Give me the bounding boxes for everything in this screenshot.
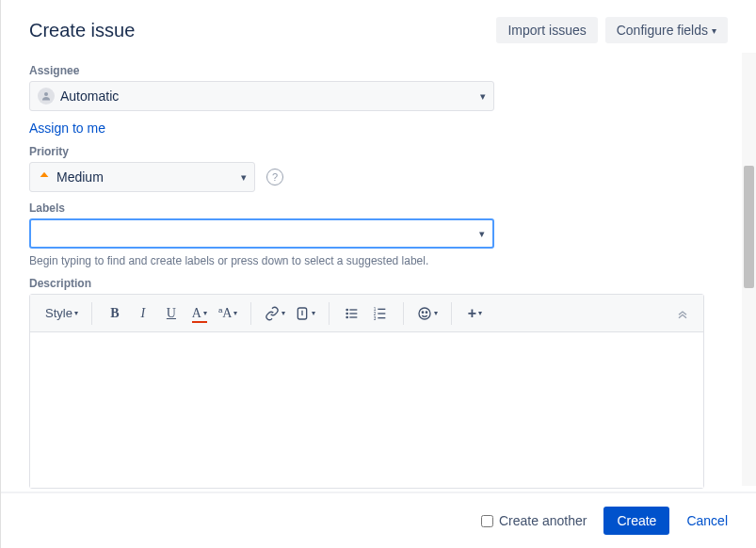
avatar-icon [38, 88, 55, 105]
insert-more-button[interactable]: +▾ [461, 300, 488, 327]
modal-title: Create issue [29, 20, 135, 41]
chevron-down-icon: ▾ [312, 309, 315, 317]
bold-button[interactable]: B [102, 300, 128, 327]
toolbar-separator [329, 302, 330, 325]
italic-button[interactable]: I [130, 300, 156, 327]
svg-point-16 [426, 312, 427, 313]
chevron-down-icon: ▾ [480, 90, 486, 103]
configure-fields-label: Configure fields [617, 23, 708, 38]
priority-field: Priority Medium ▾ ? [29, 145, 728, 192]
header-actions: Import issues Configure fields ▾ [496, 17, 728, 43]
svg-point-15 [423, 312, 424, 313]
color-swatch [192, 321, 207, 323]
chevron-down-icon: ▾ [203, 309, 207, 317]
toolbar-separator [250, 302, 251, 325]
collapse-toolbar-button[interactable] [669, 300, 696, 327]
chevron-down-icon: ▾ [478, 309, 482, 317]
svg-rect-13 [378, 317, 386, 318]
attachment-button[interactable]: ▾ [291, 300, 319, 327]
svg-rect-3 [350, 309, 358, 310]
assignee-value: Automatic [60, 89, 119, 104]
svg-rect-5 [350, 313, 358, 314]
rich-text-editor: Style▾ B I U A ▾ aA▾ [29, 294, 704, 489]
link-button[interactable]: ▾ [261, 300, 289, 327]
configure-fields-button[interactable]: Configure fields ▾ [605, 17, 728, 43]
chevron-down-icon: ▾ [479, 228, 485, 240]
text-color-button[interactable]: A ▾ [186, 300, 213, 327]
vertical-scrollbar[interactable] [742, 53, 756, 486]
scrollbar-thumb[interactable] [744, 166, 754, 288]
svg-point-14 [419, 308, 430, 319]
more-formatting-button[interactable]: aA▾ [215, 300, 242, 327]
labels-label: Labels [29, 201, 728, 215]
svg-rect-11 [378, 313, 386, 314]
chevron-down-icon: ▾ [74, 309, 78, 317]
toolbar-separator [91, 302, 92, 325]
labels-input[interactable] [39, 226, 466, 241]
cancel-button-label: Cancel [686, 513, 728, 528]
numbered-list-button[interactable]: 123 [367, 300, 394, 327]
emoji-button[interactable]: ▾ [413, 300, 442, 327]
style-label: Style [45, 306, 72, 320]
modal-header: Create issue Import issues Configure fie… [1, 0, 756, 55]
priority-medium-icon [38, 170, 51, 184]
cancel-button[interactable]: Cancel [686, 513, 728, 528]
svg-point-2 [346, 308, 349, 311]
bullet-list-button[interactable] [339, 300, 365, 327]
chevron-down-icon: ▾ [712, 25, 716, 36]
style-dropdown[interactable]: Style▾ [41, 300, 82, 327]
create-button-label: Create [617, 513, 656, 528]
assign-to-me-link[interactable]: Assign to me [29, 121, 105, 136]
svg-point-4 [346, 312, 349, 314]
toolbar-separator [451, 302, 452, 325]
chevron-down-icon: ▾ [233, 309, 237, 317]
labels-field: Labels ▾ Begin typing to find and create… [29, 201, 728, 267]
create-another-checkbox[interactable] [481, 515, 493, 527]
assignee-select[interactable]: Automatic ▾ [29, 81, 494, 111]
chevron-down-icon: ▾ [434, 309, 438, 317]
labels-helper: Begin typing to find and create labels o… [29, 254, 728, 267]
priority-row: Medium ▾ ? [29, 162, 728, 192]
svg-point-0 [44, 92, 48, 96]
chevron-down-icon: ▾ [281, 309, 285, 317]
underline-button[interactable]: U [158, 300, 185, 327]
svg-rect-7 [350, 316, 358, 317]
assignee-field: Assignee Automatic ▾ Assign to me [29, 64, 728, 136]
priority-select[interactable]: Medium ▾ [29, 162, 255, 192]
create-issue-modal: Create issue Import issues Configure fie… [0, 0, 756, 548]
svg-rect-9 [378, 308, 386, 309]
description-field: Description Style▾ B I U A [29, 277, 728, 489]
import-issues-button[interactable]: Import issues [496, 17, 597, 43]
svg-point-6 [346, 315, 349, 318]
help-icon[interactable]: ? [266, 169, 283, 185]
description-textarea[interactable] [30, 332, 703, 488]
create-another-row[interactable]: Create another [481, 513, 587, 528]
priority-value: Medium [56, 169, 104, 185]
assignee-label: Assignee [29, 64, 728, 77]
form-scroll-area[interactable]: Assignee Automatic ▾ Assign to me Priori… [1, 55, 756, 492]
priority-label: Priority [29, 145, 728, 158]
create-button[interactable]: Create [603, 507, 669, 535]
svg-text:3: 3 [374, 315, 377, 320]
labels-input-wrap[interactable]: ▾ [29, 218, 494, 249]
modal-footer: Create another Create Cancel [1, 492, 756, 548]
chevron-down-icon: ▾ [241, 171, 247, 184]
editor-toolbar: Style▾ B I U A ▾ aA▾ [30, 295, 703, 332]
create-another-label: Create another [499, 513, 587, 528]
import-issues-label: Import issues [507, 23, 586, 38]
description-label: Description [29, 277, 728, 290]
toolbar-separator [403, 302, 404, 325]
